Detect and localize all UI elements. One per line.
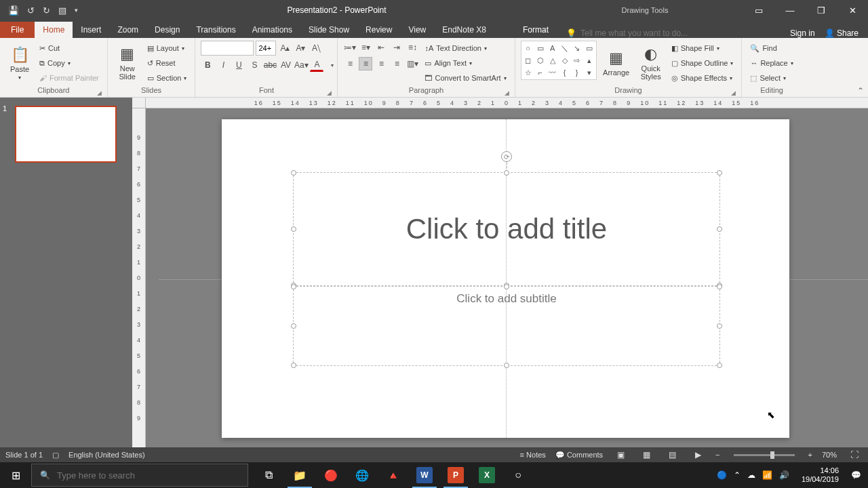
resize-handle[interactable] — [717, 284, 722, 289]
resize-handle[interactable] — [717, 226, 722, 232]
shape-triangle-icon[interactable]: △ — [547, 55, 558, 66]
resize-handle[interactable] — [291, 284, 296, 289]
tab-format[interactable]: Format — [515, 22, 557, 38]
tab-view[interactable]: View — [400, 22, 434, 38]
italic-button[interactable]: I — [216, 58, 230, 72]
tray-onedrive-icon[interactable]: ☁ — [747, 470, 755, 480]
copy-button[interactable]: ⧉Copy ▾ — [37, 56, 102, 70]
decrease-indent-button[interactable]: ⇤ — [374, 41, 388, 54]
tab-design[interactable]: Design — [146, 22, 188, 38]
shape-diamond-icon[interactable]: ◇ — [559, 55, 570, 66]
tab-insert[interactable]: Insert — [73, 22, 109, 38]
fit-to-window-button[interactable]: ⛶ — [846, 449, 863, 461]
tray-arrow-icon[interactable]: ⌃ — [734, 470, 741, 480]
tab-slideshow[interactable]: Slide Show — [300, 22, 357, 38]
shape-brace-icon[interactable]: { — [559, 67, 570, 78]
signin-link[interactable]: Sign in — [790, 28, 815, 38]
clear-formatting-icon[interactable]: A⧹ — [309, 41, 323, 55]
shape-textbox-icon[interactable]: A — [547, 43, 558, 54]
ruler-vertical[interactable]: 9876543210123456789 — [132, 108, 146, 447]
slide-count-label[interactable]: Slide 1 of 1 — [5, 451, 43, 459]
paste-button[interactable]: 📋 Paste ▾ — [5, 41, 34, 85]
tab-transitions[interactable]: Transitions — [188, 22, 243, 38]
decrease-font-icon[interactable]: A▾ — [294, 41, 307, 55]
zoom-level[interactable]: 70% — [822, 451, 837, 459]
resize-handle[interactable] — [291, 226, 296, 232]
canvas[interactable]: ⟳ Click to add title — [146, 108, 868, 447]
app-vlc[interactable]: 🔺 — [378, 462, 408, 488]
qat-customize-icon[interactable]: ▾ — [75, 7, 78, 14]
convert-smartart-button[interactable]: 🗔Convert to SmartArt ▾ — [422, 71, 509, 85]
spellcheck-icon[interactable]: ▢ — [52, 451, 59, 460]
slide-thumbnail-panel[interactable]: 1 — [0, 98, 132, 447]
shape-fill-button[interactable]: ◧Shape Fill ▾ — [669, 41, 736, 55]
title-placeholder[interactable]: ⟳ Click to add title — [293, 172, 720, 286]
task-view-button[interactable]: ⧉ — [254, 462, 283, 488]
shape-star-icon[interactable]: ☆ — [523, 67, 534, 78]
tray-wifi-icon[interactable]: 📶 — [762, 470, 772, 480]
shape-scroll-down-icon[interactable]: ▾ — [584, 67, 595, 78]
quick-styles-button[interactable]: ◐ Quick Styles — [636, 41, 666, 85]
shape-scroll-up-icon[interactable]: ▴ — [584, 55, 595, 66]
font-size-input[interactable] — [256, 41, 276, 56]
resize-handle[interactable] — [504, 284, 509, 289]
font-name-input[interactable] — [201, 41, 254, 56]
shape-elbow-icon[interactable]: ⌐ — [535, 67, 546, 78]
ribbon-options-icon[interactable]: ▭ — [743, 0, 774, 20]
char-spacing-button[interactable]: AV — [279, 58, 292, 72]
app-file-explorer[interactable]: 📁 — [285, 462, 315, 488]
dialog-launcher-icon[interactable]: ◢ — [731, 89, 736, 96]
tab-zoom[interactable]: Zoom — [109, 22, 146, 38]
dialog-launcher-icon[interactable]: ◢ — [505, 89, 509, 96]
resize-handle[interactable] — [291, 363, 296, 368]
align-text-button[interactable]: ▭Align Text ▾ — [422, 56, 509, 70]
taskbar-search[interactable]: 🔍 — [31, 464, 248, 487]
taskbar-search-input[interactable] — [57, 470, 239, 481]
shadow-button[interactable]: S — [248, 58, 261, 72]
select-button[interactable]: ⬚Select ▾ — [747, 71, 795, 85]
slide-sorter-button[interactable]: ▦ — [638, 449, 654, 461]
notification-icon[interactable]: 💬 — [851, 470, 861, 480]
shape-rect2-icon[interactable]: ▭ — [584, 43, 595, 54]
slide-thumbnail-1[interactable]: 1 — [8, 106, 124, 163]
notes-button[interactable]: ≡ Notes — [520, 451, 546, 459]
resize-handle[interactable] — [717, 323, 722, 329]
shape-line-icon[interactable]: ＼ — [559, 43, 570, 54]
format-painter-button[interactable]: 🖌Format Painter — [37, 71, 102, 85]
resize-handle[interactable] — [504, 363, 509, 368]
align-center-button[interactable]: ≡ — [359, 57, 372, 70]
reset-button[interactable]: ↺Reset — [144, 56, 190, 70]
cut-button[interactable]: ✂Cut — [37, 41, 102, 55]
font-color-button[interactable]: A — [310, 58, 323, 72]
shape-brace2-icon[interactable]: } — [572, 67, 583, 78]
app-powerpoint[interactable]: P — [441, 462, 471, 488]
normal-view-button[interactable]: ▣ — [612, 449, 629, 461]
align-right-button[interactable]: ≡ — [374, 57, 388, 70]
tellme-input[interactable] — [580, 28, 716, 38]
start-from-beginning-icon[interactable]: ▧ — [58, 5, 66, 16]
resize-handle[interactable] — [504, 170, 509, 176]
strikethrough-button[interactable]: abc — [263, 58, 277, 72]
redo-icon[interactable]: ↻ — [43, 5, 50, 16]
dialog-launcher-icon[interactable]: ◢ — [327, 89, 332, 96]
collapse-ribbon-icon[interactable]: ⌃ — [857, 86, 864, 96]
close-button[interactable]: ✕ — [837, 0, 868, 20]
increase-indent-button[interactable]: ⇥ — [390, 41, 403, 54]
tray-app-icon[interactable]: 🔵 — [717, 470, 727, 480]
tab-endnote[interactable]: EndNote X8 — [434, 22, 494, 38]
bold-button[interactable]: B — [201, 58, 214, 72]
shapes-gallery[interactable]: ○▭A＼↘▭ ◻⬡△◇⇨▴ ☆⌐〰{}▾ — [521, 41, 597, 80]
increase-font-icon[interactable]: A▴ — [278, 41, 292, 55]
minimize-button[interactable]: — — [774, 0, 806, 20]
change-case-button[interactable]: Aa▾ — [294, 58, 308, 72]
underline-button[interactable]: U — [232, 58, 245, 72]
justify-button[interactable]: ≡ — [390, 57, 403, 70]
app-word[interactable]: W — [410, 462, 439, 488]
dialog-launcher-icon[interactable]: ◢ — [97, 89, 102, 96]
taskbar-clock[interactable]: 14:06 19/04/2019 — [796, 466, 844, 484]
comments-button[interactable]: 💬 Comments — [555, 451, 603, 460]
app-chrome[interactable]: 🌐 — [347, 462, 377, 488]
rotation-handle[interactable]: ⟳ — [501, 151, 512, 162]
app-excel[interactable]: X — [472, 462, 502, 488]
replace-button[interactable]: ↔Replace ▾ — [747, 56, 795, 70]
